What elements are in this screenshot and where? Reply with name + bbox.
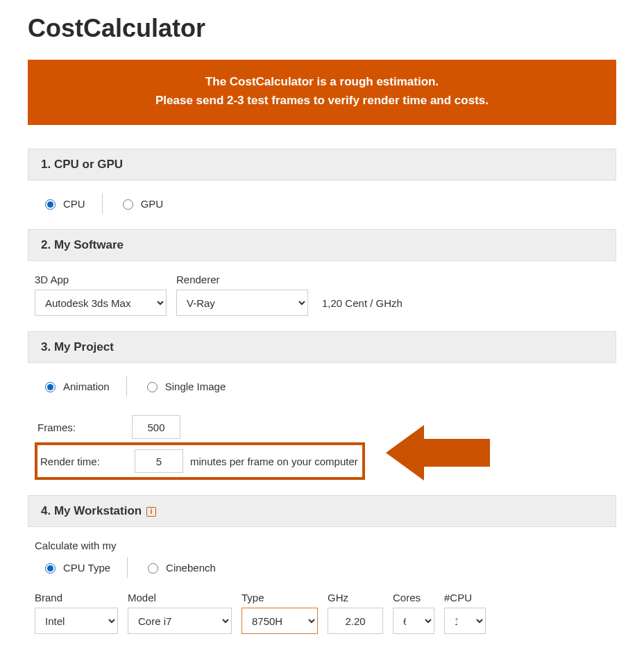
page-title: CostCalculator bbox=[28, 14, 616, 43]
radio-gpu-input[interactable] bbox=[123, 199, 133, 210]
render-time-after: minutes per frame on your computer bbox=[183, 456, 358, 467]
banner-line1: The CostCalculator is a rough estimation… bbox=[42, 72, 602, 91]
render-time-label: Render time: bbox=[37, 456, 135, 467]
radio-gpu-label: GPU bbox=[141, 198, 164, 210]
radio-cinebench-input[interactable] bbox=[148, 563, 158, 574]
radio-cpu-type[interactable]: CPU Type bbox=[42, 558, 110, 576]
app-select[interactable]: Autodesk 3ds Max bbox=[35, 290, 167, 316]
section2-header: 2. My Software bbox=[28, 229, 616, 261]
radio-cinebench-label: Cinebench bbox=[166, 562, 216, 574]
radio-cpu-type-label: CPU Type bbox=[63, 562, 110, 574]
radio-single-image-label: Single Image bbox=[165, 381, 226, 392]
price-text: 1,20 Cent / GHzh bbox=[318, 297, 402, 316]
model-label: Model bbox=[128, 592, 232, 603]
renderer-select[interactable]: V-Ray bbox=[176, 290, 308, 316]
brand-label: Brand bbox=[35, 592, 118, 603]
model-select[interactable]: Core i7 bbox=[128, 608, 232, 634]
type-select[interactable]: 8750H bbox=[242, 608, 318, 634]
cores-label: Cores bbox=[393, 592, 434, 603]
radio-single-image-input[interactable] bbox=[147, 382, 158, 392]
radio-gpu[interactable]: GPU bbox=[119, 194, 164, 212]
render-time-highlight: Render time: minutes per frame on your c… bbox=[35, 442, 365, 480]
frames-input[interactable] bbox=[132, 415, 180, 439]
ghz-label: GHz bbox=[328, 592, 383, 603]
cores-select[interactable]: 6 bbox=[393, 608, 434, 634]
ghz-input[interactable] bbox=[328, 608, 383, 634]
info-banner: The CostCalculator is a rough estimation… bbox=[28, 60, 616, 125]
arrow-icon bbox=[386, 422, 490, 484]
svg-marker-0 bbox=[386, 425, 490, 481]
section4-header: 4. My Workstation i bbox=[28, 495, 616, 527]
radio-animation[interactable]: Animation bbox=[42, 377, 110, 395]
radio-cpu-label: CPU bbox=[63, 198, 85, 210]
section3-header: 3. My Project bbox=[28, 331, 616, 363]
type-label: Type bbox=[242, 592, 318, 603]
brand-select[interactable]: Intel bbox=[35, 608, 118, 634]
radio-cpu-type-input[interactable] bbox=[45, 563, 56, 574]
frames-label: Frames: bbox=[35, 422, 132, 433]
radio-cinebench[interactable]: Cinebench bbox=[144, 558, 216, 576]
app-label: 3D App bbox=[35, 274, 167, 285]
num-cpu-label: #CPU bbox=[444, 592, 486, 603]
banner-line2: Please send 2-3 test frames to verify re… bbox=[42, 91, 602, 110]
divider bbox=[102, 193, 103, 214]
info-icon[interactable]: i bbox=[146, 507, 156, 517]
num-cpu-select[interactable]: 1 bbox=[444, 608, 486, 634]
radio-cpu[interactable]: CPU bbox=[42, 194, 85, 212]
render-time-input[interactable] bbox=[135, 449, 183, 473]
section4-header-text: 4. My Workstation bbox=[41, 504, 142, 517]
calculate-with-label: Calculate with my bbox=[35, 540, 609, 551]
radio-cpu-input[interactable] bbox=[45, 199, 56, 210]
renderer-label: Renderer bbox=[176, 274, 308, 285]
divider bbox=[126, 376, 127, 397]
section1-header: 1. CPU or GPU bbox=[28, 149, 616, 181]
radio-single-image[interactable]: Single Image bbox=[144, 377, 226, 395]
radio-animation-input[interactable] bbox=[45, 382, 56, 392]
divider bbox=[127, 557, 128, 578]
radio-animation-label: Animation bbox=[63, 381, 110, 392]
